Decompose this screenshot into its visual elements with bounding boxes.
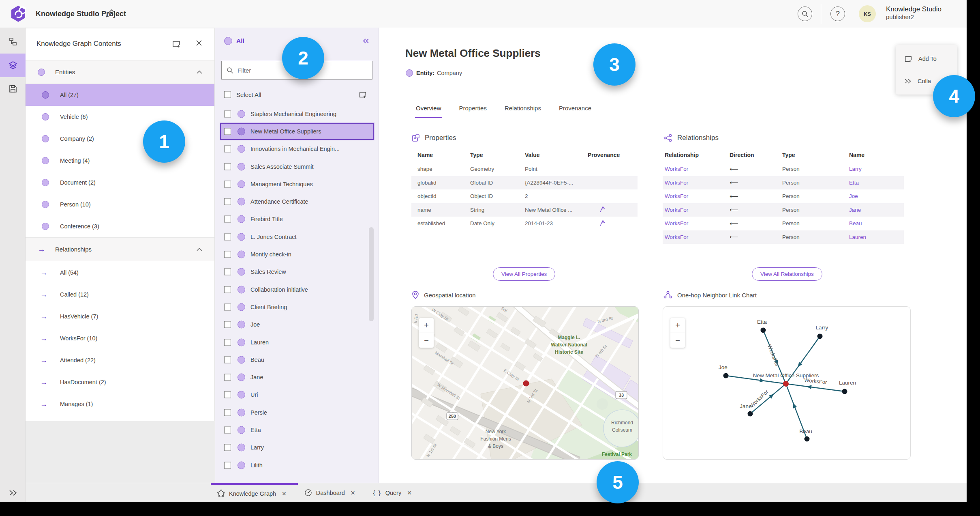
rail-save-button[interactable] xyxy=(0,77,26,101)
entity-type-item[interactable]: Person (10) xyxy=(26,194,214,215)
graph-item-row[interactable]: Etta xyxy=(215,421,379,439)
graph-item-row[interactable]: L. Jones Contract xyxy=(215,228,379,245)
graph-item-row[interactable]: Larry xyxy=(215,439,379,456)
related-entity-name[interactable]: Jane xyxy=(849,203,904,217)
link-chart-card[interactable]: + − WorksForWorksForWorksForEttaLarryJoe… xyxy=(663,306,911,460)
prop-provenance[interactable] xyxy=(588,203,638,217)
graph-item-row[interactable]: Collaboration initiative xyxy=(215,281,379,298)
tab-provenance[interactable]: Provenance xyxy=(558,105,592,118)
link-node[interactable] xyxy=(761,328,766,333)
add-to-new-icon[interactable] xyxy=(171,39,181,49)
edit-pencil-icon[interactable] xyxy=(105,8,115,19)
item-checkbox[interactable] xyxy=(224,146,231,153)
user-block[interactable]: Knowledge Studio publisher2 xyxy=(886,5,941,21)
entity-type-item[interactable]: Document (2) xyxy=(26,172,214,194)
help-button[interactable]: ? xyxy=(830,6,845,21)
view-tab-knowledge-graph[interactable]: Knowledge Graph✕ xyxy=(211,483,298,502)
graph-item-row[interactable]: New Metal Office Suppliers xyxy=(220,123,374,140)
item-checkbox[interactable] xyxy=(224,163,231,170)
related-entity-name[interactable]: Lauren xyxy=(849,230,904,244)
close-tab-icon[interactable]: ✕ xyxy=(282,490,287,497)
relationship-type-item[interactable]: →WorksFor (10) xyxy=(26,327,214,349)
item-checkbox[interactable] xyxy=(224,426,231,433)
graph-item-row[interactable]: Client Briefing xyxy=(215,298,379,316)
item-checkbox[interactable] xyxy=(224,462,231,469)
related-entity-name[interactable]: Larry xyxy=(849,162,904,176)
link-node[interactable] xyxy=(842,389,847,394)
graph-item-row[interactable]: Managment Techniques xyxy=(215,175,379,193)
link-node[interactable] xyxy=(817,334,823,339)
search-button[interactable] xyxy=(798,6,812,21)
link-chart[interactable]: WorksForWorksForWorksForEttaLarryJoeLaur… xyxy=(663,307,909,458)
item-checkbox[interactable] xyxy=(224,339,231,346)
view-all-relationships-button[interactable]: View All Relationships xyxy=(752,267,822,281)
graph-item-row[interactable]: Sales Associate Summit xyxy=(215,158,379,175)
graph-item-row[interactable]: Lauren xyxy=(215,333,379,351)
view-all-properties-button[interactable]: View All Properties xyxy=(493,267,555,281)
item-checkbox[interactable] xyxy=(224,110,231,117)
zoom-in-button[interactable]: + xyxy=(419,318,434,333)
map-card[interactable]: + − xyxy=(411,306,639,460)
graph-item-row[interactable]: Sales Review xyxy=(215,263,379,281)
entity-type-item[interactable]: Conference (3) xyxy=(26,215,214,237)
entity-type-item[interactable]: Vehicle (6) xyxy=(26,106,214,128)
graph-item-row[interactable]: Attendance Certificate xyxy=(215,193,379,210)
relationship-name[interactable]: WorksFor xyxy=(663,189,730,203)
item-checkbox[interactable] xyxy=(224,198,231,205)
close-tab-icon[interactable]: ✕ xyxy=(407,490,412,496)
rail-hierarchy-button[interactable] xyxy=(0,30,26,54)
graph-item-row[interactable]: Montly check-in xyxy=(215,245,379,263)
entities-section-header[interactable]: Entities xyxy=(26,60,214,84)
relationship-type-item[interactable]: →Attended (22) xyxy=(26,349,214,371)
avatar[interactable]: KS xyxy=(859,5,876,22)
tab-relationships[interactable]: Relationships xyxy=(504,105,542,118)
item-checkbox[interactable] xyxy=(224,303,231,310)
link-edge[interactable] xyxy=(788,384,845,391)
graph-item-row[interactable]: Beau xyxy=(215,351,379,368)
entity-type-item[interactable]: All (27) xyxy=(26,84,214,106)
provenance-flag-icon[interactable] xyxy=(599,206,606,213)
menu-item-add-to[interactable]: Add To xyxy=(896,50,957,68)
view-tab-dashboard[interactable]: Dashboard✕ xyxy=(298,483,367,502)
link-node[interactable] xyxy=(748,411,753,417)
graph-item-row[interactable]: Uri xyxy=(215,386,379,404)
graph-item-row[interactable]: Joe xyxy=(215,316,379,333)
graph-item-row[interactable]: Firebird Title xyxy=(215,211,379,228)
related-entity-name[interactable]: Joe xyxy=(849,189,904,203)
add-to-new-icon[interactable] xyxy=(358,90,367,99)
tab-overview[interactable]: Overview xyxy=(415,105,442,118)
item-checkbox[interactable] xyxy=(224,374,231,381)
item-checkbox[interactable] xyxy=(224,356,231,363)
link-node[interactable] xyxy=(805,436,810,442)
relationship-type-item[interactable]: →All (54) xyxy=(26,262,214,284)
relationship-name[interactable]: WorksFor xyxy=(663,230,730,244)
rail-layers-button[interactable] xyxy=(0,54,26,77)
relationship-name[interactable]: WorksFor xyxy=(663,176,730,190)
relationship-name[interactable]: WorksFor xyxy=(663,162,730,176)
item-checkbox[interactable] xyxy=(224,181,231,187)
zoom-out-button[interactable]: − xyxy=(670,333,685,348)
item-checkbox[interactable] xyxy=(224,216,231,223)
graph-item-row[interactable]: Staplers Mechanical Engineering xyxy=(215,105,379,123)
close-icon[interactable] xyxy=(195,39,203,47)
item-checkbox[interactable] xyxy=(224,233,231,240)
item-checkbox[interactable] xyxy=(224,321,231,328)
rail-expand-button[interactable] xyxy=(0,489,26,497)
basemap[interactable]: W Clay StSalk RdMarshall StW Marshall St… xyxy=(412,307,638,459)
zoom-in-button[interactable]: + xyxy=(670,318,685,333)
graph-item-row[interactable]: Persie xyxy=(215,404,379,421)
item-checkbox[interactable] xyxy=(224,444,231,451)
relationships-section-header[interactable]: → Relationships xyxy=(26,237,214,261)
relationship-name[interactable]: WorksFor xyxy=(663,217,730,230)
graph-item-row[interactable]: Lilith xyxy=(215,456,379,474)
entity-type-item[interactable]: Meeting (4) xyxy=(26,150,214,172)
relationship-type-item[interactable]: →HasDocument (2) xyxy=(26,371,214,393)
graph-item-row[interactable]: Innovations in Mechanical Engin... xyxy=(215,140,379,158)
entity-type-item[interactable]: Company (2) xyxy=(26,128,214,150)
related-entity-name[interactable]: Beau xyxy=(849,217,904,230)
close-tab-icon[interactable]: ✕ xyxy=(351,490,355,496)
tab-properties[interactable]: Properties xyxy=(458,105,488,118)
related-entity-name[interactable]: Etta xyxy=(849,176,904,190)
item-checkbox[interactable] xyxy=(224,391,231,398)
graph-item-row[interactable]: Jane xyxy=(215,368,379,386)
